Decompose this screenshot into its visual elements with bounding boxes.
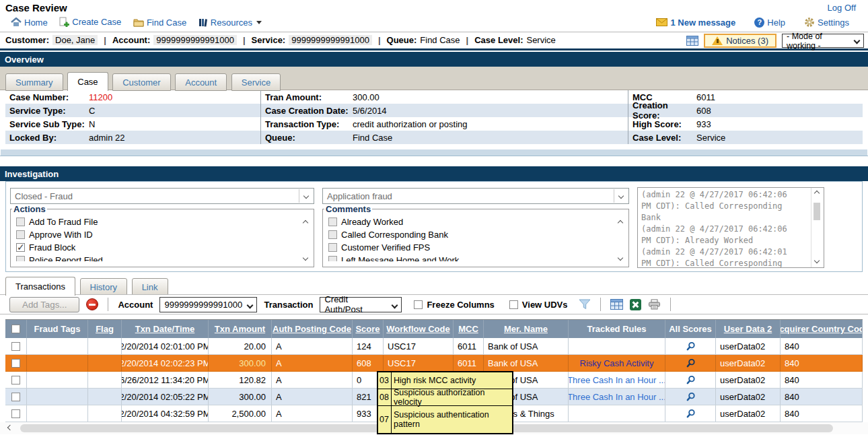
mode-of-working-select[interactable]: - Mode of working -	[782, 34, 864, 48]
magnifier-icon[interactable]	[686, 409, 696, 419]
cell-all-scores[interactable]	[665, 338, 716, 354]
row-checkbox[interactable]	[11, 393, 20, 401]
action-item[interactable]: Approve With ID	[16, 228, 314, 241]
tab-link[interactable]: Link	[132, 278, 168, 296]
col-fraud-tags[interactable]: Fraud Tags	[27, 320, 88, 338]
cell-tracked-rule[interactable]	[569, 338, 665, 354]
actions-scrollbar[interactable]	[301, 218, 312, 264]
tab-history[interactable]: History	[80, 278, 127, 296]
scroll-left-icon[interactable]	[7, 425, 13, 430]
checkbox[interactable]	[328, 256, 337, 261]
scroll-down-icon[interactable]	[303, 255, 308, 261]
col-user-data-2[interactable]: User Data 2	[716, 320, 781, 338]
table-row-selected[interactable]: 2/20/2014 02:02:23 PM 300.00 A 608 USC17…	[5, 355, 863, 372]
checkbox[interactable]	[11, 325, 20, 333]
cell-tracked-rule[interactable]	[569, 405, 665, 422]
notices-button[interactable]: Notices (3)	[704, 34, 776, 48]
action-item[interactable]: Fraud Block	[16, 241, 314, 254]
col-mcc[interactable]: MCC	[454, 320, 484, 338]
cell-all-scores[interactable]	[665, 389, 716, 405]
checkbox[interactable]	[328, 218, 337, 226]
new-message-link[interactable]: 1 New message	[656, 18, 735, 28]
table-row[interactable]: 2/20/2014 02:01:00 PM 20.00 A 124 USC17 …	[5, 338, 863, 355]
nav-find-case[interactable]: Find Case	[133, 18, 186, 28]
magnifier-icon[interactable]	[686, 358, 696, 368]
scroll-down-icon[interactable]	[618, 255, 623, 261]
checkbox[interactable]	[328, 230, 337, 239]
tab-customer[interactable]: Customer	[112, 73, 170, 91]
comment-item[interactable]: Left Message Home and Work	[328, 254, 628, 261]
tab-case[interactable]: Case	[67, 72, 108, 91]
nav-home[interactable]: Home	[11, 18, 48, 28]
nav-create-case[interactable]: Create Case	[59, 17, 121, 27]
settings-link[interactable]: Settings	[804, 17, 849, 28]
nav-resources[interactable]: Resources	[198, 18, 262, 28]
cell-tracked-rule[interactable]: Three Cash In an Hour ...	[569, 389, 665, 405]
cell-all-scores[interactable]	[665, 355, 716, 371]
action-item[interactable]: Add To Fraud File	[16, 215, 314, 228]
table-view-icon[interactable]	[610, 299, 623, 310]
row-checkbox[interactable]	[11, 359, 20, 368]
action-item[interactable]: Police Report Filed	[16, 254, 314, 261]
col-workflow-code[interactable]: Workflow Code	[384, 320, 454, 338]
col-mer-name[interactable]: Mer. Name	[484, 320, 569, 338]
row-checkbox[interactable]	[11, 409, 20, 418]
scroll-up-icon[interactable]	[618, 220, 623, 226]
cell-all-scores[interactable]	[665, 405, 716, 422]
block-icon[interactable]	[86, 298, 98, 310]
magnifier-icon[interactable]	[686, 392, 696, 402]
comments-scrollbar[interactable]	[616, 218, 626, 264]
cell-amount: 2,500.00	[209, 405, 272, 422]
col-txn-amount[interactable]: Txn Amount	[209, 320, 272, 338]
export-excel-icon[interactable]	[630, 299, 641, 310]
cell-user-data: userData02	[716, 338, 781, 354]
grid-view-icon[interactable]	[686, 36, 698, 46]
magnifier-icon[interactable]	[686, 375, 696, 385]
col-txn-datetime[interactable]: Txn Date/Time	[122, 320, 209, 338]
scroll-up-icon[interactable]	[303, 220, 308, 226]
freeze-columns-checkbox[interactable]: Freeze Columns	[414, 300, 494, 310]
account-select[interactable]: 9999999999991000	[159, 297, 257, 312]
comment-item[interactable]: Called Corresponding Bank	[328, 228, 628, 241]
cell-all-scores[interactable]	[665, 372, 716, 388]
checkbox[interactable]	[414, 300, 423, 309]
tab-transactions[interactable]: Transactions	[5, 277, 75, 296]
tab-service[interactable]: Service	[231, 73, 281, 91]
cell-tracked-rule[interactable]: Risky Cash Activity	[569, 355, 665, 371]
row-checkbox[interactable]	[11, 376, 20, 384]
log-off-link[interactable]: Log Off	[828, 3, 856, 13]
tab-account[interactable]: Account	[175, 73, 227, 91]
scroll-thumb[interactable]	[813, 203, 820, 220]
log-scrollbar[interactable]	[811, 188, 822, 267]
col-acquirer-country-code[interactable]: Acquirer Country Code	[781, 320, 863, 338]
view-udvs-checkbox[interactable]: View UDVs	[509, 300, 568, 310]
comment-item[interactable]: Customer Verified FPS	[328, 241, 628, 254]
row-checkbox[interactable]	[11, 342, 20, 351]
case-status-select[interactable]: Closed - Fraud	[10, 188, 314, 204]
checkbox-checked[interactable]	[16, 243, 25, 252]
checkbox[interactable]	[509, 300, 518, 309]
fraud-type-select[interactable]: Application fraud	[322, 188, 629, 204]
print-icon[interactable]	[648, 299, 661, 310]
help-link[interactable]: Help	[754, 18, 785, 28]
checkbox[interactable]	[16, 218, 25, 226]
checkbox[interactable]	[16, 230, 25, 239]
comment-item[interactable]: Already Worked	[328, 215, 628, 228]
investigation-log[interactable]: (admin 22 @ 4/27/2017 06:42:06 PM CDT): …	[637, 187, 824, 268]
col-auth-posting-code[interactable]: Auth Posting Code	[272, 320, 353, 338]
checkbox[interactable]	[328, 243, 337, 252]
select-all-checkbox-cell[interactable]	[5, 320, 27, 338]
cell-tracked-rule[interactable]: Three Cash In an Hour ...	[569, 372, 665, 388]
resources-icon	[198, 18, 208, 27]
scroll-up-icon[interactable]	[814, 191, 820, 196]
checkbox[interactable]	[16, 256, 25, 261]
magnifier-icon[interactable]	[686, 341, 696, 352]
case-level-row: Case Level:Service	[628, 131, 863, 144]
tab-summary[interactable]: Summary	[5, 73, 63, 91]
transaction-select[interactable]: Credit Auth/Post	[320, 297, 402, 312]
col-score[interactable]: Score	[353, 320, 384, 338]
scroll-down-icon[interactable]	[814, 258, 820, 263]
col-flag[interactable]: Flag	[88, 320, 122, 338]
filter-funnel-icon[interactable]	[579, 299, 591, 310]
add-tags-button[interactable]: Add Tags...	[9, 297, 79, 312]
